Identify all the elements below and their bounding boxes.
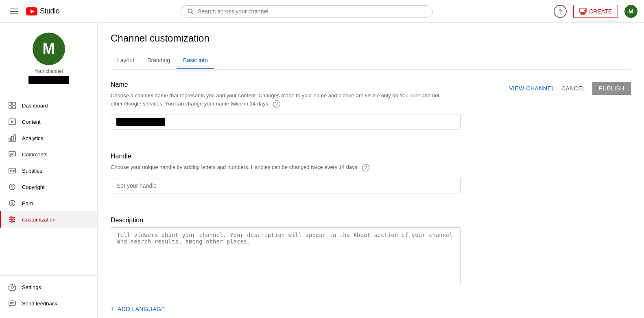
add-language-plus-icon: +	[111, 305, 115, 314]
earn-icon: $	[8, 199, 16, 207]
sidebar-item-label-analytics: Analytics	[22, 135, 43, 141]
handle-section-title: Handle	[111, 153, 631, 160]
svg-rect-37	[9, 301, 15, 305]
sidebar-item-feedback[interactable]: Send feedback	[0, 295, 97, 311]
sidebar-item-earn[interactable]: $ Earn	[0, 195, 97, 211]
subtitles-icon	[8, 167, 16, 175]
handle-input[interactable]	[111, 178, 461, 193]
tab-branding[interactable]: Branding	[141, 52, 177, 69]
add-language-label: ADD LANGUAGE	[118, 306, 165, 312]
svg-rect-10	[9, 106, 12, 109]
description-section: Description	[111, 205, 631, 297]
sidebar-item-label-content: Content	[22, 119, 41, 125]
handle-section: Handle Choose your unique handle by addi…	[111, 141, 631, 205]
sidebar-item-label-feedback: Send feedback	[22, 300, 57, 307]
copyright-icon: ©	[8, 183, 16, 191]
svg-marker-5	[584, 9, 586, 12]
tab-actions: VIEW CHANNEL CANCEL PUBLISH	[509, 82, 631, 95]
view-channel-button[interactable]: VIEW CHANNEL	[509, 85, 555, 92]
youtube-icon	[26, 7, 37, 15]
create-label: CREATE	[589, 8, 612, 15]
sidebar-item-dashboard[interactable]: Dashboard	[0, 97, 97, 114]
top-nav: Studio ? CREATE M	[0, 0, 644, 23]
svg-rect-17	[9, 151, 15, 156]
sidebar-item-customization[interactable]: Customization	[0, 211, 97, 228]
feedback-icon	[8, 299, 16, 307]
create-button[interactable]: CREATE	[573, 5, 618, 18]
logo-text: Studio	[40, 7, 59, 15]
svg-point-33	[13, 219, 14, 220]
sidebar: M Your channel Dashboard Content Analyti…	[0, 23, 98, 318]
add-language-button[interactable]: + ADD LANGUAGE	[111, 305, 631, 314]
svg-marker-13	[11, 121, 14, 123]
analytics-icon	[8, 134, 16, 142]
name-help-icon[interactable]: ?	[273, 100, 280, 107]
sidebar-item-subtitles[interactable]: Subtitles	[0, 162, 97, 179]
nav-divider-bottom	[0, 275, 97, 276]
publish-button: PUBLISH	[592, 82, 631, 95]
tab-basicinfo[interactable]: Basic info	[177, 52, 214, 69]
svg-rect-11	[13, 106, 15, 109]
create-icon	[579, 8, 587, 15]
sidebar-item-label-dashboard: Dashboard	[22, 103, 48, 109]
svg-text:$: $	[11, 201, 13, 206]
sidebar-item-label-settings: Settings	[22, 284, 41, 290]
name-section-desc: Choose a channel name that represents yo…	[111, 92, 444, 107]
sidebar-item-label-customization: Customization	[22, 217, 55, 223]
search-input-wrap	[181, 5, 433, 18]
sidebar-item-settings[interactable]: Settings	[0, 279, 97, 295]
svg-rect-16	[14, 135, 15, 141]
handle-help-icon[interactable]: ?	[362, 164, 369, 171]
help-button[interactable]: ?	[554, 5, 567, 18]
customization-icon	[8, 215, 16, 224]
svg-line-3	[192, 12, 193, 14]
channel-info: M Your channel	[0, 29, 97, 90]
svg-rect-9	[13, 102, 15, 105]
handle-section-desc: Choose your unique handle by adding lett…	[111, 163, 444, 171]
tabs-bar: Layout Branding Basic info	[111, 52, 631, 70]
sidebar-item-label-comments: Comments	[22, 151, 48, 158]
sidebar-item-content[interactable]: Content	[0, 114, 97, 130]
app-layout: M Your channel Dashboard Content Analyti…	[0, 23, 644, 318]
cancel-button[interactable]: CANCEL	[561, 85, 586, 92]
search-bar	[59, 5, 554, 18]
sidebar-item-label-subtitles: Subtitles	[22, 168, 42, 174]
page-title: Channel customization	[111, 33, 631, 44]
description-input[interactable]	[111, 227, 461, 284]
sidebar-item-label-copyright: Copyright	[22, 184, 45, 190]
sidebar-item-copyright[interactable]: © Copyright	[0, 179, 97, 195]
search-icon	[188, 8, 194, 15]
nav-divider-top	[0, 94, 97, 94]
tab-layout[interactable]: Layout	[111, 52, 141, 69]
channel-name-bar	[28, 76, 69, 84]
svg-point-2	[188, 9, 192, 13]
user-avatar[interactable]: M	[624, 5, 637, 18]
svg-rect-15	[11, 136, 13, 141]
content-icon	[8, 118, 16, 126]
sidebar-item-analytics[interactable]: Analytics	[0, 130, 97, 146]
svg-point-35	[11, 221, 13, 222]
logo-link[interactable]: Studio	[26, 7, 59, 15]
settings-icon	[8, 283, 16, 291]
description-section-title: Description	[111, 217, 631, 224]
search-input[interactable]	[198, 8, 426, 15]
svg-point-31	[10, 217, 12, 218]
hamburger-menu[interactable]	[7, 5, 21, 18]
sidebar-avatar: M	[33, 33, 65, 65]
dashboard-icon	[8, 101, 16, 110]
sidebar-item-comments[interactable]: Comments	[0, 146, 97, 162]
your-channel-label: Your channel	[35, 68, 63, 74]
svg-text:©: ©	[11, 185, 14, 189]
svg-point-36	[11, 286, 13, 288]
comments-icon	[8, 150, 16, 158]
name-section: Name Choose a channel name that represen…	[111, 70, 631, 141]
sidebar-item-label-earn: Earn	[22, 200, 33, 206]
main-content: Channel customization Layout Branding Ba…	[98, 23, 644, 318]
name-input[interactable]	[111, 114, 461, 129]
svg-rect-8	[9, 102, 12, 105]
svg-rect-14	[9, 138, 11, 141]
